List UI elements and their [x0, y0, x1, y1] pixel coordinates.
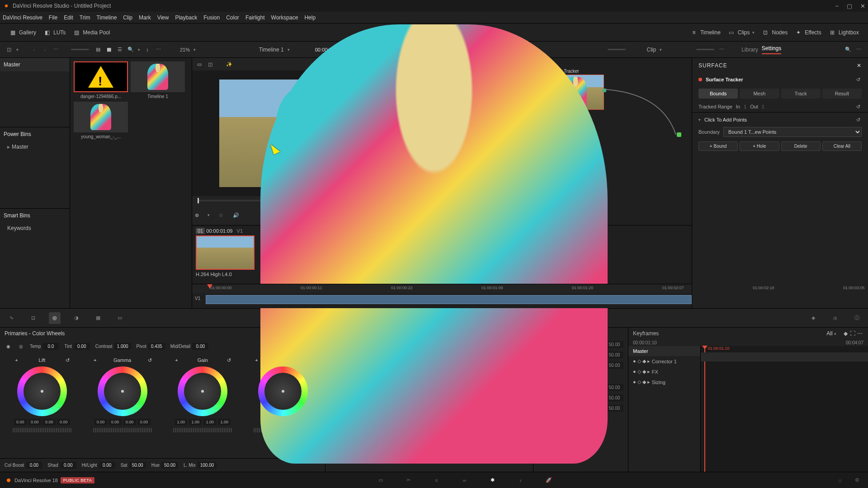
media-item-3[interactable]: young_woman_-_...	[74, 102, 128, 139]
md-value[interactable]: 0.00	[192, 343, 208, 350]
effects-button[interactable]: ✦Effects	[791, 27, 825, 38]
gain-reset-icon[interactable]: ↺	[225, 357, 232, 364]
settings-icon[interactable]: ⚙	[852, 475, 863, 486]
maximize-button[interactable]: ▢	[847, 3, 852, 9]
tab-mesh[interactable]: Mesh	[740, 89, 779, 99]
clear-all-button[interactable]: Clear All	[822, 141, 862, 151]
pivot-value[interactable]: 0.435	[148, 343, 165, 350]
more-icon-4[interactable]: ⋯	[718, 46, 725, 53]
aspect-value[interactable]: 50.00	[605, 341, 623, 348]
gallery-button[interactable]: ▦Gallery	[5, 27, 40, 38]
timeline-clip[interactable]	[206, 295, 692, 304]
rgb-icon[interactable]: ▦	[92, 312, 104, 324]
more-icon-5[interactable]: ⋯	[855, 46, 863, 53]
click-points-label[interactable]: Click To Add Points	[704, 117, 747, 122]
opacity-value[interactable]: 50.00	[605, 362, 623, 369]
fairlight-page-icon[interactable]: ♪	[515, 475, 526, 486]
overlay-icon[interactable]: ◫	[207, 61, 214, 68]
sat-value[interactable]: 50.00	[129, 462, 146, 469]
timeline[interactable]: 01:00:00:00 01:00:00:11 01:00:00:22 01:0…	[192, 284, 692, 308]
fusion-page-icon[interactable]: ∞	[459, 475, 470, 486]
list-icon-1[interactable]: ▤	[94, 46, 102, 53]
lift-plus-icon[interactable]: +	[13, 357, 20, 364]
menu-workspace[interactable]: Workspace	[271, 14, 298, 21]
kf-master[interactable]: Master	[628, 346, 700, 356]
gamma-jog[interactable]	[93, 428, 152, 432]
minimize-button[interactable]: −	[835, 3, 839, 9]
kf-corrector[interactable]: ● ◇ ◆ ▸Corrector 1	[628, 356, 700, 366]
nav-fwd-icon[interactable]: ›	[41, 46, 48, 53]
menu-view[interactable]: View	[157, 14, 169, 21]
smart-bins[interactable]: Smart Bins	[0, 208, 70, 222]
tilt-value[interactable]: 50.00	[605, 352, 623, 358]
sort-icon[interactable]: ↕	[144, 46, 151, 53]
more-icon-2[interactable]: ⋯	[155, 46, 162, 53]
contrast-value[interactable]: 1.000	[114, 343, 131, 350]
lmix-value[interactable]: 100.00	[198, 462, 217, 469]
menu-file[interactable]: File	[49, 14, 57, 21]
list-icon-2[interactable]: ☰	[116, 46, 123, 53]
temp-value[interactable]: 0.0	[42, 343, 59, 350]
colboost-value[interactable]: 0.00	[26, 462, 42, 469]
node-slider[interactable]	[696, 49, 714, 50]
clip-label[interactable]: Clip	[646, 47, 656, 53]
layout-icon[interactable]: ◫	[5, 46, 13, 53]
media-item-2[interactable]: Timeline 1	[131, 61, 185, 99]
search-icon-2[interactable]: 🔍	[844, 46, 852, 53]
kf-fx[interactable]: ● ◇ ◆ ▸FX	[628, 366, 700, 377]
close-button[interactable]: ✕	[860, 3, 865, 9]
zoom-value[interactable]: 21%	[180, 47, 190, 52]
tint-value[interactable]: 0.00	[74, 343, 90, 350]
highlight-icon[interactable]: ▭	[196, 61, 203, 68]
kf-icon[interactable]: ◈	[807, 312, 819, 324]
master-bin[interactable]: Master	[0, 58, 70, 71]
mediapool-button[interactable]: ▤Media Pool	[69, 27, 113, 38]
grid-icon[interactable]: ▦	[105, 46, 113, 53]
media-item-1[interactable]: danger-1294866.p...	[74, 61, 128, 99]
hilight-value[interactable]: 0.00	[99, 462, 115, 469]
gamma-wheel[interactable]	[98, 366, 147, 416]
media-page-icon[interactable]: ▭	[375, 475, 386, 486]
qualifier-icon[interactable]: ⊡	[27, 312, 39, 324]
wand-icon[interactable]: ✨	[226, 61, 233, 68]
gamma-reset-icon[interactable]: ↺	[146, 357, 153, 364]
picker-white-icon[interactable]: ◎	[17, 343, 24, 350]
boundary-select[interactable]: Bound 1 T...ew Points	[723, 127, 862, 137]
kf-graph[interactable]: 01:00:01:10	[701, 346, 868, 472]
hdr-icon[interactable]: ◑	[71, 312, 82, 324]
menu-trim[interactable]: Trim	[80, 14, 90, 21]
more-icon[interactable]: ⋯	[52, 46, 59, 53]
picker-black-icon[interactable]: ◉	[5, 343, 12, 350]
scope-icon[interactable]: ⫙	[829, 312, 841, 324]
clips-button[interactable]: ▭Clips▾	[724, 27, 759, 38]
curves-icon[interactable]: ∿	[5, 312, 17, 324]
menu-playback[interactable]: Playback	[175, 14, 197, 21]
tab-result[interactable]: Result	[822, 89, 862, 99]
tab-bounds[interactable]: Bounds	[698, 89, 738, 99]
close-surface-icon[interactable]: ✕	[857, 62, 862, 69]
menu-clip[interactable]: Clip	[123, 14, 132, 21]
luts-button[interactable]: ◧LUTs	[40, 27, 69, 38]
library-tab[interactable]: Library	[741, 47, 758, 53]
menu-mark[interactable]: Mark	[139, 14, 151, 21]
lift-reset-icon[interactable]: ↺	[64, 357, 71, 364]
nodes-button[interactable]: ⊡Nodes	[758, 27, 791, 38]
kf-add-icon[interactable]: ◆	[842, 330, 849, 337]
menu-fairlight[interactable]: Fairlight	[245, 14, 265, 21]
kf-playhead[interactable]	[704, 346, 705, 472]
keywords-bin[interactable]: Keywords	[0, 222, 70, 234]
motion-icon[interactable]: ▭	[114, 312, 126, 324]
shad-value[interactable]: 0.00	[60, 462, 76, 469]
hue-value[interactable]: 50.00	[161, 462, 178, 469]
node-output[interactable]	[677, 132, 681, 137]
deliver-page-icon[interactable]: 🚀	[543, 475, 554, 486]
power-master[interactable]: Master	[0, 141, 70, 153]
info-icon[interactable]: ⓘ	[851, 312, 863, 324]
power-bins[interactable]: Power Bins	[0, 127, 70, 141]
nav-back-icon[interactable]: ‹	[30, 46, 38, 53]
lift-jog[interactable]	[13, 428, 71, 432]
lift-wheel[interactable]	[17, 366, 67, 416]
edit-page-icon[interactable]: ≡	[431, 475, 442, 486]
wheels-icon[interactable]: ◎	[49, 312, 61, 324]
reset-points-icon[interactable]: ↺	[854, 116, 862, 123]
